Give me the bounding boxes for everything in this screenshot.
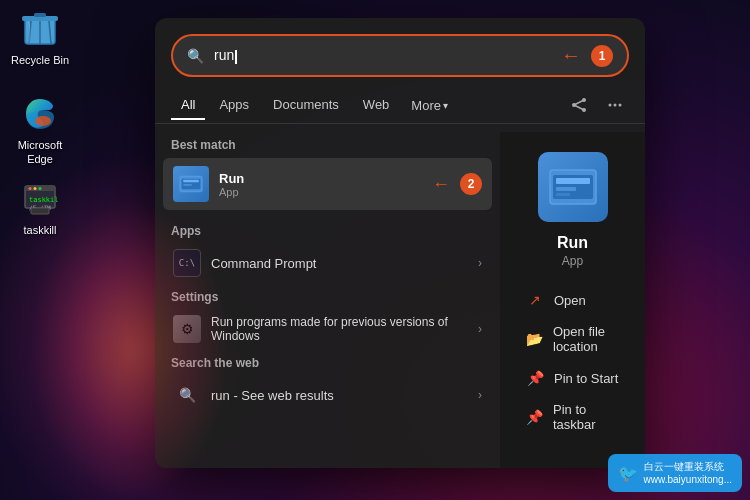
desktop-icon-edge[interactable]: Microsoft Edge <box>5 90 75 171</box>
search-icon: 🔍 <box>187 48 204 64</box>
result-item-settings-run[interactable]: ⚙ Run programs made for previous version… <box>163 308 492 350</box>
svg-rect-31 <box>556 193 570 196</box>
best-match-type: App <box>219 186 244 198</box>
svg-rect-5 <box>34 13 46 17</box>
cmd-arrow-icon: › <box>478 256 482 270</box>
open-icon: ↗ <box>526 292 544 308</box>
tab-more[interactable]: More ▾ <box>403 92 456 119</box>
annotation-badge-2: 2 <box>460 173 482 195</box>
svg-point-10 <box>34 187 37 190</box>
tab-web[interactable]: Web <box>353 91 400 120</box>
apps-section-label: Apps <box>163 218 492 242</box>
search-tabs: All Apps Documents Web More ▾ <box>155 87 645 124</box>
watermark-line1: 白云一键重装系统 <box>644 460 732 473</box>
svg-rect-26 <box>183 184 192 186</box>
svg-point-22 <box>619 104 622 107</box>
search-input-value: run <box>214 47 551 63</box>
action-open[interactable]: ↗ Open <box>516 284 629 316</box>
more-options-icon-btn[interactable] <box>601 91 629 119</box>
tab-documents[interactable]: Documents <box>263 91 349 120</box>
svg-line-18 <box>574 100 584 105</box>
settings-run-icon: ⚙ <box>173 315 201 343</box>
app-preview-icon <box>538 152 608 222</box>
web-run-label: run - See web results <box>211 388 468 403</box>
best-match-info: Run App <box>219 171 244 198</box>
settings-run-label: Run programs made for previous versions … <box>211 315 468 343</box>
search-bar[interactable]: 🔍 run ← 1 <box>171 34 629 77</box>
run-app-icon <box>173 166 209 202</box>
action-pin-taskbar[interactable]: 📌 Pin to taskbar <box>516 394 629 440</box>
svg-rect-25 <box>183 180 198 183</box>
action-open-file-location[interactable]: 📂 Open file location <box>516 316 629 362</box>
tab-apps[interactable]: Apps <box>209 91 259 120</box>
pin-taskbar-icon: 📌 <box>526 409 543 425</box>
annotation-badge-1: 1 <box>591 45 613 67</box>
annotation-arrow-1: ← <box>561 44 581 67</box>
watermark: 🐦 白云一键重装系统 www.baiyunxitong... <box>608 454 742 492</box>
desktop-icon-taskkill[interactable]: taskkill /F /IM taskkill <box>5 175 75 241</box>
svg-rect-30 <box>556 187 576 191</box>
app-preview-type: App <box>562 254 583 268</box>
folder-icon: 📂 <box>526 331 543 347</box>
web-search-icon: 🔍 <box>173 381 201 409</box>
search-cursor <box>235 50 237 64</box>
taskkill-icon: taskkill /F /IM <box>20 179 60 219</box>
settings-run-arrow-icon: › <box>478 322 482 336</box>
action-pin-start-label: Pin to Start <box>554 371 618 386</box>
result-item-web-run[interactable]: 🔍 run - See web results › <box>163 374 492 416</box>
desktop: Recycle Bin Microsoft Edge <box>0 0 750 500</box>
start-menu: 🔍 run ← 1 All Apps Documents Web More ▾ <box>155 18 645 468</box>
app-preview-name: Run <box>557 234 588 252</box>
svg-point-11 <box>39 187 42 190</box>
cmd-label: Command Prompt <box>211 256 468 271</box>
recycle-bin-label: Recycle Bin <box>11 53 69 67</box>
svg-line-19 <box>574 105 584 110</box>
results-right-panel: Run App ↗ Open 📂 Open file location 📌 Pi… <box>500 132 645 468</box>
svg-rect-29 <box>556 178 590 184</box>
annotation-arrow-2: ← <box>432 174 450 195</box>
svg-point-20 <box>609 104 612 107</box>
results-layout: Best match Run App <box>155 132 645 468</box>
action-open-label: Open <box>554 293 586 308</box>
cmd-icon: C:\ <box>173 249 201 277</box>
best-match-item-run[interactable]: Run App ← 2 <box>163 158 492 210</box>
desktop-icon-recycle-bin[interactable]: Recycle Bin <box>5 5 75 71</box>
action-list: ↗ Open 📂 Open file location 📌 Pin to Sta… <box>516 284 629 440</box>
pin-start-icon: 📌 <box>526 370 544 386</box>
settings-section-label: Settings <box>163 284 492 308</box>
svg-point-6 <box>35 116 51 126</box>
chevron-down-icon: ▾ <box>443 100 448 111</box>
search-text: run <box>214 47 234 63</box>
action-file-location-label: Open file location <box>553 324 619 354</box>
tab-icon-group <box>565 87 629 123</box>
best-match-section-label: Best match <box>163 132 492 156</box>
svg-point-9 <box>29 187 32 190</box>
recycle-bin-icon <box>20 9 60 49</box>
web-run-arrow-icon: › <box>478 388 482 402</box>
result-item-cmd[interactable]: C:\ Command Prompt › <box>163 242 492 284</box>
web-section-label: Search the web <box>163 350 492 374</box>
tab-all[interactable]: All <box>171 91 205 120</box>
tab-more-label: More <box>411 98 441 113</box>
best-match-name: Run <box>219 171 244 186</box>
watermark-line2: www.baiyunxitong... <box>644 473 732 486</box>
edge-label: Microsoft Edge <box>9 138 71 167</box>
twitter-bird-icon: 🐦 <box>618 464 638 483</box>
share-icon-btn[interactable] <box>565 91 593 119</box>
results-left-panel: Best match Run App <box>155 132 500 468</box>
action-pin-taskbar-label: Pin to taskbar <box>553 402 619 432</box>
svg-text:taskkill: taskkill <box>29 196 59 204</box>
taskkill-label: taskkill <box>23 223 56 237</box>
action-pin-start[interactable]: 📌 Pin to Start <box>516 362 629 394</box>
svg-rect-14 <box>31 208 49 214</box>
edge-icon <box>20 94 60 134</box>
watermark-text: 白云一键重装系统 www.baiyunxitong... <box>644 460 732 486</box>
svg-point-21 <box>614 104 617 107</box>
